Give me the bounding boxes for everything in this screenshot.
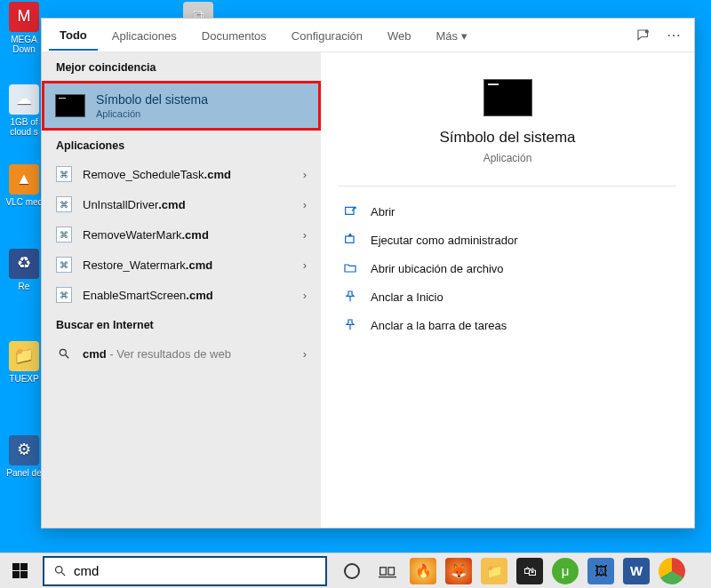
action-run-admin[interactable]: Ejecutar como administrador: [339, 226, 676, 254]
preview-column: Símbolo del sistema Aplicación Abrir Eje…: [321, 52, 694, 528]
search-flyout: Todo Aplicaciones Documentos Configuraci…: [41, 18, 695, 528]
feedback-icon: [635, 28, 651, 44]
action-open-location[interactable]: Abrir ubicación de archivo: [339, 254, 676, 282]
tab-configuracion[interactable]: Configuración: [281, 21, 373, 50]
desktop-icon-folder[interactable]: 📁TUEXP: [4, 341, 44, 384]
svg-line-2: [66, 355, 69, 359]
svg-point-7: [56, 567, 63, 574]
taskbar: 🔥 🦊 📁 🛍 μ 🖼 W: [0, 552, 711, 588]
app-result-2[interactable]: ⌘ RemoveWaterMark.cmd ›: [42, 219, 321, 250]
bat-file-icon: ⌘: [56, 257, 72, 273]
desktop-icon-panel[interactable]: ⚙Panel de: [4, 435, 44, 478]
action-pin-taskbar[interactable]: Anclar a la barra de tareas: [339, 311, 676, 339]
search-icon: [53, 564, 67, 577]
preview-title: Símbolo del sistema: [439, 129, 575, 147]
pin-icon: [342, 318, 358, 332]
desktop-icon-vlc[interactable]: ▲VLC mec: [4, 164, 44, 207]
svg-rect-4: [346, 236, 354, 242]
app-result-1[interactable]: ⌘ UnInstallDriver.cmd ›: [42, 189, 321, 219]
action-pin-start[interactable]: Anclar a Inicio: [339, 282, 676, 311]
taskbar-app-firefox[interactable]: 🦊: [445, 558, 472, 584]
desktop-icon-recycle[interactable]: ♻Re: [4, 249, 44, 291]
bat-file-icon: ⌘: [56, 226, 72, 242]
web-result[interactable]: cmd - Ver resultados de web ›: [42, 338, 321, 369]
taskbar-search-box[interactable]: [43, 556, 327, 586]
tab-aplicaciones[interactable]: Aplicaciones: [101, 21, 188, 50]
pin-icon: [342, 290, 358, 304]
chevron-right-icon: ›: [303, 258, 307, 272]
task-view-icon: [379, 564, 396, 578]
tab-todo[interactable]: Todo: [49, 20, 98, 51]
best-match-title: Símbolo del sistema: [96, 92, 208, 107]
svg-rect-9: [380, 567, 387, 574]
bat-file-icon: ⌘: [56, 287, 72, 303]
app-result-3[interactable]: ⌘ Restore_Watermark.cmd ›: [42, 250, 321, 280]
chevron-right-icon: ›: [303, 347, 307, 361]
taskbar-app-store[interactable]: 🛍: [516, 558, 543, 584]
task-view-button[interactable]: [371, 553, 403, 589]
taskbar-app-chrome[interactable]: [659, 558, 685, 584]
windows-logo-icon: [12, 563, 28, 578]
tab-mas[interactable]: Más ▾: [426, 21, 478, 50]
open-icon: [342, 204, 358, 219]
taskbar-app-explorer[interactable]: 📁: [481, 558, 507, 584]
svg-point-1: [60, 349, 66, 355]
search-input[interactable]: [74, 563, 316, 578]
web-label: Buscar en Internet: [42, 310, 321, 338]
taskbar-app-word[interactable]: W: [623, 558, 650, 584]
cmd-icon: [55, 94, 85, 117]
chevron-right-icon: ›: [303, 168, 307, 181]
tab-documentos[interactable]: Documentos: [191, 21, 277, 50]
cortana-icon: [344, 563, 360, 579]
taskbar-app-utorrent[interactable]: μ: [552, 558, 579, 584]
tab-web[interactable]: Web: [377, 21, 422, 50]
bat-file-icon: ⌘: [56, 166, 72, 182]
action-open[interactable]: Abrir: [339, 197, 676, 226]
folder-icon: [342, 261, 358, 275]
best-match-label: Mejor coincidencia: [42, 52, 321, 81]
apps-label: Aplicaciones: [42, 131, 321, 159]
chevron-right-icon: ›: [303, 198, 307, 211]
app-result-0[interactable]: ⌘ Remove_ScheduleTask.cmd ›: [42, 159, 321, 189]
cortana-button[interactable]: [336, 553, 368, 589]
results-column: Mejor coincidencia Símbolo del sistema A…: [42, 52, 321, 528]
chevron-right-icon: ›: [303, 228, 307, 242]
more-button[interactable]: ⋯: [660, 22, 687, 49]
taskbar-app-photos[interactable]: 🖼: [587, 558, 614, 584]
best-match-item[interactable]: Símbolo del sistema Aplicación: [42, 81, 321, 131]
preview-subtitle: Aplicación: [483, 152, 532, 164]
preview-cmd-icon: [483, 79, 532, 116]
search-icon: [56, 346, 72, 362]
app-result-4[interactable]: ⌘ EnableSmartScreen.cmd ›: [42, 280, 321, 310]
bat-file-icon: ⌘: [56, 196, 72, 212]
best-match-subtitle: Aplicación: [96, 108, 208, 119]
svg-rect-10: [388, 567, 395, 574]
svg-line-8: [61, 572, 65, 576]
feedback-button[interactable]: [630, 22, 657, 49]
chevron-down-icon: ▾: [461, 29, 467, 43]
taskbar-app-burn[interactable]: 🔥: [410, 558, 436, 584]
start-button[interactable]: [0, 553, 39, 589]
desktop-icon-cloud[interactable]: ☁1GB of cloud s: [4, 84, 44, 137]
desktop-icon-mega[interactable]: MMEGA Down: [4, 2, 44, 54]
svg-point-0: [645, 30, 648, 33]
chevron-right-icon: ›: [303, 289, 307, 302]
admin-icon: [342, 233, 358, 247]
search-tabs-bar: Todo Aplicaciones Documentos Configuraci…: [42, 19, 694, 52]
